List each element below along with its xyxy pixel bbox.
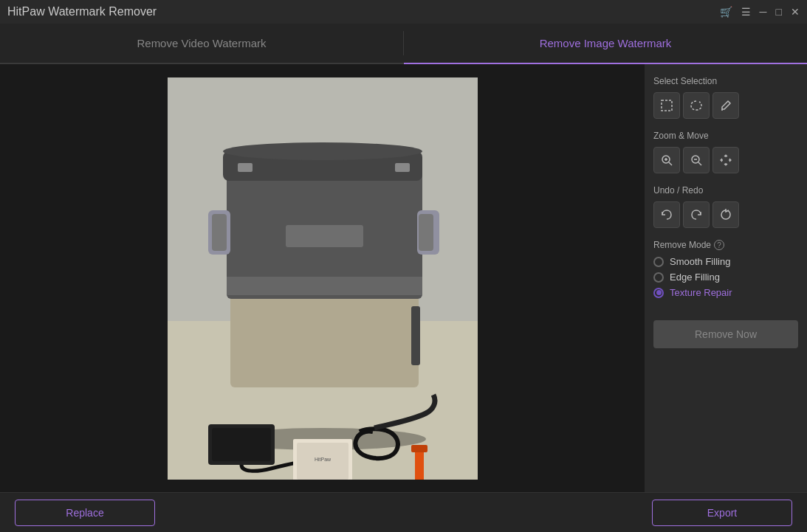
texture-repair-label: Texture Repair <box>670 287 732 298</box>
svg-rect-12 <box>411 306 420 365</box>
rect-select-btn[interactable] <box>653 92 680 119</box>
svg-rect-9 <box>212 214 227 251</box>
zoom-move-section: Zoom & Move <box>653 131 798 173</box>
titlebar: HitPaw Watermark Remover 🛒 ☰ ─ □ ✕ <box>0 0 807 24</box>
svg-rect-7 <box>227 277 422 295</box>
texture-repair-option[interactable]: Texture Repair <box>653 287 798 298</box>
lasso-select-btn[interactable] <box>683 92 710 119</box>
svg-rect-15 <box>286 225 363 247</box>
replace-button[interactable]: Replace <box>15 500 155 526</box>
remove-mode-section: Remove Mode ? Smooth Filling Edge Fillin… <box>653 240 798 303</box>
zoom-move-title: Zoom & Move <box>653 131 798 141</box>
svg-rect-17 <box>212 428 271 461</box>
svg-rect-14 <box>395 163 410 172</box>
close-icon[interactable]: ✕ <box>791 7 800 17</box>
smooth-filling-radio[interactable] <box>653 257 664 267</box>
zoom-in-btn[interactable] <box>653 147 680 173</box>
main-content: HitPaw Select Selection <box>0 64 807 492</box>
svg-line-30 <box>698 162 701 165</box>
undo-redo-title: Undo / Redo <box>653 185 798 196</box>
remove-mode-title-text: Remove Mode <box>653 240 711 250</box>
tab-image[interactable]: Remove Image Watermark <box>404 24 807 64</box>
select-selection-section: Select Selection <box>653 76 798 119</box>
reset-btn[interactable] <box>712 201 739 228</box>
menu-icon[interactable]: ☰ <box>741 7 751 17</box>
pan-btn[interactable] <box>712 147 739 173</box>
texture-repair-radio[interactable] <box>653 288 664 298</box>
zoom-icon-row <box>653 147 798 173</box>
minimize-icon[interactable]: ─ <box>760 7 767 17</box>
titlebar-controls: 🛒 ☰ ─ □ ✕ <box>720 7 800 17</box>
maximize-icon[interactable]: □ <box>776 7 782 17</box>
svg-rect-11 <box>419 214 433 251</box>
help-icon[interactable]: ? <box>714 240 724 250</box>
image-area[interactable]: HitPaw <box>0 64 645 492</box>
edge-filling-radio[interactable] <box>653 272 664 283</box>
titlebar-left: HitPaw Watermark Remover <box>7 5 157 18</box>
cart-icon[interactable]: 🛒 <box>720 7 732 17</box>
smooth-filling-label: Smooth Filling <box>670 256 730 267</box>
smooth-filling-option[interactable]: Smooth Filling <box>653 256 798 267</box>
zoom-out-btn[interactable] <box>683 147 710 173</box>
svg-rect-13 <box>238 163 253 172</box>
svg-line-26 <box>669 162 672 165</box>
side-panel: Select Selection <box>645 64 807 492</box>
export-button[interactable]: Export <box>652 500 792 526</box>
select-selection-title: Select Selection <box>653 76 798 86</box>
svg-text:HitPaw: HitPaw <box>314 457 331 462</box>
edge-filling-option[interactable]: Edge Filling <box>653 272 798 283</box>
brush-select-btn[interactable] <box>712 92 739 119</box>
undo-icon-row <box>653 201 798 228</box>
app-title: HitPaw Watermark Remover <box>7 5 157 18</box>
redo-btn[interactable] <box>683 201 710 228</box>
svg-rect-23 <box>662 100 672 111</box>
undo-btn[interactable] <box>653 201 680 228</box>
svg-rect-3 <box>230 291 419 387</box>
tabbar: Remove Video Watermark Remove Image Wate… <box>0 24 807 64</box>
selection-icon-row <box>653 92 798 119</box>
svg-point-6 <box>223 142 422 160</box>
undo-redo-section: Undo / Redo <box>653 185 798 228</box>
bottombar: Replace Export <box>0 492 807 532</box>
remove-mode-header: Remove Mode ? <box>653 240 798 250</box>
svg-rect-22 <box>411 445 427 452</box>
product-image: HitPaw <box>168 77 478 480</box>
edge-filling-label: Edge Filling <box>670 272 720 283</box>
remove-now-button[interactable]: Remove Now <box>653 320 798 348</box>
tab-video[interactable]: Remove Video Watermark <box>0 24 403 64</box>
